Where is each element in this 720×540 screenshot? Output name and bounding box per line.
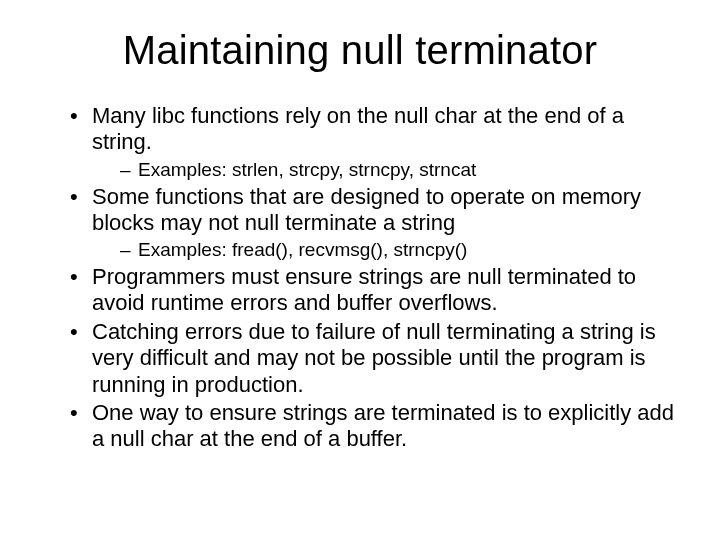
- list-item: One way to ensure strings are terminated…: [70, 400, 680, 453]
- list-item: Some functions that are designed to oper…: [70, 184, 680, 263]
- list-item: Examples: fread(), recvmsg(), strncpy(): [120, 238, 680, 262]
- slide: Maintaining null terminator Many libc fu…: [0, 0, 720, 540]
- list-item: Examples: strlen, strcpy, strncpy, strnc…: [120, 158, 680, 182]
- sub-bullet-text: Examples: strlen, strcpy, strncpy, strnc…: [138, 159, 476, 180]
- list-item: Catching errors due to failure of null t…: [70, 319, 680, 398]
- sub-list: Examples: fread(), recvmsg(), strncpy(): [92, 238, 680, 262]
- bullet-list: Many libc functions rely on the null cha…: [40, 103, 680, 453]
- bullet-text: Some functions that are designed to oper…: [92, 184, 641, 235]
- slide-title: Maintaining null terminator: [40, 28, 680, 73]
- bullet-text: Catching errors due to failure of null t…: [92, 319, 656, 397]
- bullet-text: Many libc functions rely on the null cha…: [92, 103, 624, 154]
- list-item: Many libc functions rely on the null cha…: [70, 103, 680, 182]
- list-item: Programmers must ensure strings are null…: [70, 264, 680, 317]
- bullet-text: Programmers must ensure strings are null…: [92, 264, 636, 315]
- sub-bullet-text: Examples: fread(), recvmsg(), strncpy(): [138, 239, 467, 260]
- sub-list: Examples: strlen, strcpy, strncpy, strnc…: [92, 158, 680, 182]
- bullet-text: One way to ensure strings are terminated…: [92, 400, 674, 451]
